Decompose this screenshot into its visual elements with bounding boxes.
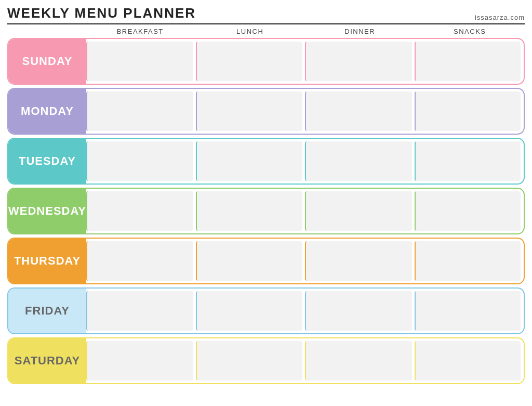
day-label-friday: Friday [8,289,86,333]
col-empty [7,28,85,35]
meal-cell-tuesday-dinner[interactable] [305,141,412,181]
meal-cell-monday-lunch[interactable] [196,91,303,131]
day-label-tuesday: Tuesday [8,139,86,184]
row-wednesday: Wednesday [7,188,525,234]
meal-cell-friday-snacks[interactable] [415,291,521,331]
row-thursday: Thursday [7,238,525,284]
meal-cell-monday-breakfast[interactable] [86,91,193,131]
column-headers: Breakfast Lunch Dinner Snacks [7,28,525,35]
meal-cell-saturday-breakfast[interactable] [86,341,193,381]
meal-cell-tuesday-snacks[interactable] [415,141,521,181]
header: Weekly Menu Planner issasarza.com [7,5,525,24]
col-lunch: Lunch [195,28,305,35]
col-snacks: Snacks [415,28,525,35]
day-label-thursday: Thursday [8,239,86,283]
meal-cell-wednesday-lunch[interactable] [196,191,303,231]
app-container: Weekly Menu Planner issasarza.com Breakf… [7,5,525,384]
meal-cell-friday-breakfast[interactable] [86,291,193,331]
meal-cell-wednesday-dinner[interactable] [305,191,412,231]
row-sunday: Sunday [7,38,525,85]
meal-cell-thursday-dinner[interactable] [305,241,412,281]
meal-cell-sunday-lunch[interactable] [196,42,303,81]
day-label-wednesday: Wednesday [8,189,86,233]
meal-cell-monday-snacks[interactable] [415,91,521,131]
day-label-saturday: Saturday [8,338,86,383]
row-monday: Monday [7,88,525,135]
meal-cell-thursday-lunch[interactable] [196,241,303,281]
app-title: Weekly Menu Planner [7,5,196,21]
meal-cell-thursday-snacks[interactable] [415,241,521,281]
meal-cell-sunday-snacks[interactable] [415,42,521,81]
row-friday: Friday [7,287,525,334]
meal-cell-tuesday-lunch[interactable] [196,141,303,181]
meal-cell-saturday-dinner[interactable] [305,341,412,381]
meal-cell-sunday-breakfast[interactable] [86,42,193,81]
meal-cell-monday-dinner[interactable] [305,91,412,131]
col-breakfast: Breakfast [85,28,195,35]
meal-cell-wednesday-snacks[interactable] [415,191,521,231]
day-label-monday: Monday [8,89,86,134]
meal-cell-tuesday-breakfast[interactable] [86,141,193,181]
meal-cell-thursday-breakfast[interactable] [86,241,193,281]
meal-cell-wednesday-breakfast[interactable] [86,191,193,231]
site-url: issasarza.com [475,14,525,21]
meal-cell-friday-dinner[interactable] [305,291,412,331]
row-tuesday: Tuesday [7,138,525,185]
row-saturday: Saturday [7,337,525,384]
meal-cell-saturday-lunch[interactable] [196,341,303,381]
meal-cell-sunday-dinner[interactable] [305,42,412,81]
meal-cell-friday-lunch[interactable] [196,291,303,331]
day-label-sunday: Sunday [8,39,86,84]
meal-cell-saturday-snacks[interactable] [415,341,521,381]
planner-grid: SundayMondayTuesdayWednesdayThursdayFrid… [7,38,525,384]
col-dinner: Dinner [305,28,415,35]
